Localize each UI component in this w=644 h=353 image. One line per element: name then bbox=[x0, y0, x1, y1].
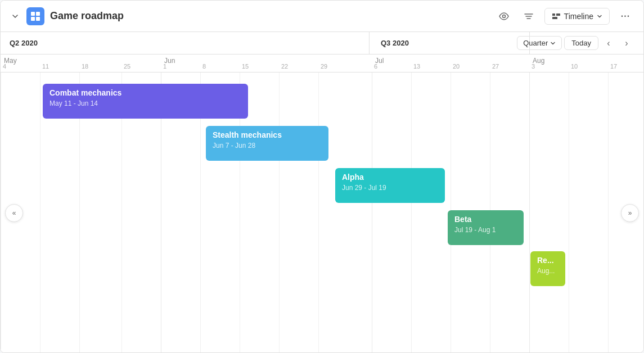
svg-rect-0 bbox=[31, 12, 35, 16]
week-number: 3 bbox=[532, 63, 535, 70]
week-number: 25 bbox=[124, 63, 130, 70]
timeline-area: Q2 2020 Q3 2020 Quarter Today ‹ › MayJun… bbox=[1, 32, 643, 352]
week-number: 27 bbox=[492, 63, 499, 70]
task-bar-alpha[interactable]: AlphaJun 29 - Jul 19 bbox=[335, 168, 445, 203]
today-button[interactable]: Today bbox=[564, 36, 598, 50]
week-number: 15 bbox=[242, 63, 249, 70]
q3-label: Q3 2020 bbox=[372, 39, 418, 47]
task-bar-release[interactable]: Re...Aug... bbox=[530, 251, 565, 286]
week-number: 29 bbox=[321, 63, 327, 70]
grid-line bbox=[1, 73, 1, 352]
grid-line bbox=[529, 73, 530, 352]
task-title: Beta bbox=[454, 215, 517, 224]
svg-rect-10 bbox=[552, 17, 557, 19]
task-title: Alpha bbox=[342, 173, 438, 182]
svg-rect-2 bbox=[31, 17, 35, 21]
scroll-right-button[interactable]: » bbox=[621, 204, 639, 222]
week-number: 22 bbox=[281, 63, 288, 70]
page-title: Game roadmap bbox=[50, 10, 124, 22]
quarter-select[interactable]: Quarter bbox=[517, 36, 562, 50]
svg-rect-1 bbox=[36, 12, 40, 16]
svg-rect-3 bbox=[36, 17, 40, 21]
header-left: Game roadmap bbox=[10, 7, 495, 25]
week-number: 6 bbox=[374, 63, 377, 70]
week-number: 13 bbox=[413, 63, 420, 70]
svg-rect-8 bbox=[552, 13, 555, 16]
header: Game roadmap bbox=[1, 1, 643, 32]
grid-container: « » Combat mechanicsMay 11 - Jun 14Steal… bbox=[1, 73, 643, 352]
svg-rect-9 bbox=[556, 13, 560, 16]
header-right: Timeline ··· bbox=[495, 7, 634, 25]
week-number: 17 bbox=[610, 63, 617, 70]
next-arrow[interactable]: › bbox=[619, 35, 634, 51]
week-header: MayJunJulAug411182518152229613202731017 bbox=[1, 55, 643, 73]
grid-line bbox=[569, 73, 569, 352]
task-title: Stealth mechanics bbox=[213, 130, 322, 140]
task-title: Combat mechanics bbox=[49, 88, 241, 98]
chevron-down-icon[interactable] bbox=[10, 11, 21, 22]
quarter-divider bbox=[369, 32, 370, 54]
grid-line bbox=[372, 73, 372, 352]
grid-line bbox=[608, 73, 609, 352]
week-number: 11 bbox=[42, 63, 49, 70]
svg-point-4 bbox=[502, 15, 505, 17]
q2-label: Q2 2020 bbox=[1, 39, 47, 47]
task-dates: Jun 29 - Jul 19 bbox=[342, 184, 438, 192]
grid-line bbox=[318, 73, 319, 352]
week-number: 8 bbox=[202, 63, 206, 70]
app-container: Game roadmap bbox=[0, 0, 644, 353]
scroll-left-button[interactable]: « bbox=[5, 204, 23, 222]
week-number: 18 bbox=[82, 63, 88, 70]
week-number: 20 bbox=[453, 63, 460, 70]
grid-line bbox=[279, 73, 280, 352]
task-dates: Aug... bbox=[537, 267, 559, 275]
task-dates: Jul 19 - Aug 1 bbox=[454, 226, 517, 234]
task-bar-beta[interactable]: BetaJul 19 - Aug 1 bbox=[448, 210, 524, 245]
week-number: 4 bbox=[3, 63, 6, 70]
quarter-header: Q2 2020 Q3 2020 Quarter Today ‹ › bbox=[1, 32, 643, 55]
task-bar-stealth-mechanics[interactable]: Stealth mechanicsJun 7 - Jun 28 bbox=[206, 126, 328, 161]
app-logo bbox=[26, 7, 44, 25]
task-title: Re... bbox=[537, 256, 559, 265]
task-dates: May 11 - Jun 14 bbox=[49, 99, 241, 107]
prev-arrow[interactable]: ‹ bbox=[601, 35, 616, 51]
more-options-button[interactable]: ··· bbox=[616, 7, 634, 25]
timeline-view-button[interactable]: Timeline bbox=[544, 8, 610, 25]
quarter-controls: Quarter Today ‹ › bbox=[517, 35, 643, 51]
grid-line bbox=[411, 73, 412, 352]
filter-icon[interactable] bbox=[520, 7, 538, 25]
week-number: 10 bbox=[571, 63, 578, 70]
task-dates: Jun 7 - Jun 28 bbox=[213, 142, 322, 150]
timeline-label: Timeline bbox=[564, 12, 593, 21]
eye-icon[interactable] bbox=[495, 7, 513, 25]
grid-line bbox=[40, 73, 40, 352]
week-number: 1 bbox=[163, 63, 166, 70]
task-bar-combat-mechanics[interactable]: Combat mechanicsMay 11 - Jun 14 bbox=[43, 84, 248, 119]
